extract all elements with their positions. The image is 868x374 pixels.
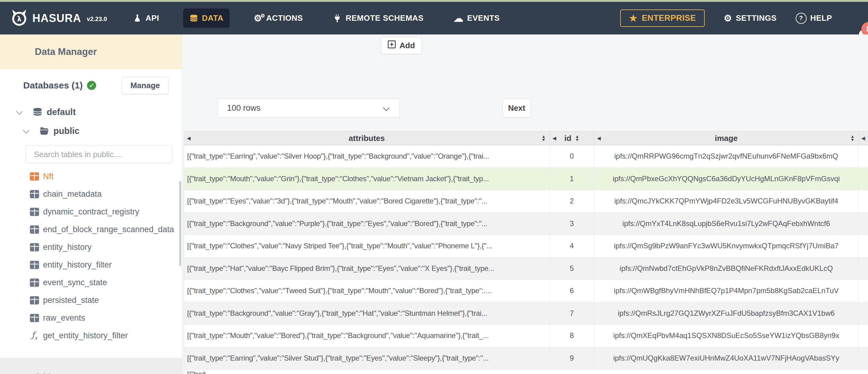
cell-image: ipfs://QmNwbd7ctEhGpVkP8nZvBBQfiNeFKRdxf… (594, 257, 859, 280)
sidebar-table-end_of_block_range_scanned_data[interactable]: end_of_block_range_scanned_data (0, 221, 182, 238)
cell-partial (859, 235, 868, 257)
table-icon (30, 243, 39, 251)
table-row-1[interactable]: [{"trait_type":"Mouth","value":"Grin"},{… (184, 168, 868, 190)
add-square-plus-icon (388, 40, 396, 51)
sidebar-table-chain_metadata[interactable]: chain_metadata (0, 185, 182, 203)
cell-attributes: [{"trait_type":"Clothes","value":"Navy S… (184, 235, 550, 257)
collapse-column-icon[interactable]: ◂ (862, 135, 865, 142)
cell-image: ipfs://QmcJYkCKK7QPmYWjp4FD2e3Lv5WCGFuHN… (594, 190, 859, 212)
tree-node-default[interactable]: default (0, 103, 182, 121)
navbar-right: ★ ENTERPRISE ⚙ SETTINGS ? HELP 8 (620, 9, 868, 27)
nav-item-actions[interactable]: ⚙⚙ACTIONS (247, 8, 309, 28)
column-header-id[interactable]: ◂ id ▲▼ (550, 131, 594, 145)
cell-id: 6 (550, 280, 594, 302)
nav-item-label: EVENTS (467, 13, 500, 23)
table-row-0[interactable]: [{"trait_type":"Earring","value":"Silver… (184, 145, 868, 168)
top-navbar: λ HASURA v2.23.0 APIDATA⚙⚙ACTIONSREMOTE … (0, 2, 868, 34)
rows-per-page-select[interactable]: 100 rows (218, 98, 400, 118)
table-name-label: end_of_block_range_scanned_data (43, 225, 174, 234)
sidebar-table-nft[interactable]: Nft (0, 167, 182, 185)
function-icon: ƒx (30, 330, 39, 341)
nav-item-label: API (146, 13, 159, 23)
gear-icon: ⚙ (724, 14, 732, 23)
settings-button[interactable]: ⚙ SETTINGS (724, 13, 776, 23)
cell-partial (859, 257, 868, 280)
hasura-logo[interactable]: λ HASURA v2.23.0 (10, 9, 107, 28)
sidebar-sql-section[interactable]: SQL (0, 358, 182, 374)
gears-icon: ⚙⚙ (253, 14, 262, 23)
sidebar-table-persisted_state[interactable]: persisted_state (0, 291, 182, 309)
tree-node-public[interactable]: public (0, 122, 182, 139)
cell-image: ipfs://QmWBgfBhyVmHNhBfEQ7p1P4Mpn7pm5b8K… (594, 280, 859, 302)
sidebar-table-get_entity_history_filter[interactable]: ƒxget_entity_history_filter (0, 327, 182, 344)
table-name-label: entity_history_filter (43, 260, 112, 270)
cloud-icon: ☁ (454, 14, 464, 23)
cell-id: 5 (550, 257, 594, 280)
table-row-6[interactable]: [{"trait_type":"Clothes","value":"Tweed … (184, 280, 868, 302)
cell-id: 3 (550, 213, 594, 235)
nav-item-data[interactable]: DATA (183, 8, 229, 28)
table-row-7[interactable]: [{"trait_type":"Background","value":"Gra… (184, 302, 868, 325)
cell-attributes: [{"trait_type":"Mouth","value":"Grin"},{… (184, 168, 550, 190)
schema-name: public (54, 126, 79, 136)
sort-icon[interactable]: ▲▼ (575, 135, 579, 142)
cell-id: 7 (550, 302, 594, 324)
enterprise-button[interactable]: ★ ENTERPRISE (620, 9, 705, 27)
nav-item-api[interactable]: API (127, 8, 165, 28)
table-icon (30, 190, 39, 198)
column-header-partial[interactable]: ◂ (859, 131, 868, 145)
table-row-9[interactable]: [{"trait_type":"Earring","value":"Silver… (184, 347, 868, 370)
chevron-down-icon[interactable] (16, 108, 23, 115)
sidebar-table-entity_history[interactable]: entity_history (0, 238, 182, 256)
cell-image: ipfs://QmYxT4LnK8sqLupjbS6eRvu1si7Ly2wFQ… (594, 213, 859, 235)
hasura-logo-icon: λ (10, 9, 28, 28)
search-tables-input[interactable] (26, 146, 173, 163)
cell-partial (859, 213, 868, 235)
nav-item-events[interactable]: ☁EVENTS (447, 8, 506, 28)
collapse-column-icon[interactable]: ◂ (553, 135, 556, 142)
table-row-3[interactable]: [{"trait_type":"Background","value":"Pur… (184, 213, 868, 235)
sidebar-table-raw_events[interactable]: raw_events (0, 309, 182, 327)
table-icon (30, 314, 39, 322)
table-row-8[interactable]: [{"trait_type":"Mouth","value":"Bored"},… (184, 324, 868, 347)
column-header-image[interactable]: ◂ image ▲▼ (594, 131, 859, 145)
nav-item-label: DATA (202, 13, 223, 23)
table-row-5[interactable]: [{"trait_type":"Hat","value":"Bayc Flipp… (184, 257, 868, 280)
sort-icon[interactable]: ▲▼ (541, 135, 546, 142)
collapse-column-icon[interactable]: ◂ (597, 135, 601, 142)
table-name-label: Nft (43, 172, 54, 181)
cell-attributes: [{"trait_type":"Background","value":"Gra… (184, 302, 550, 324)
cell-id: 8 (550, 324, 594, 347)
cell-id: 2 (550, 190, 594, 212)
nav-item-label: REMOTE SCHEMAS (345, 13, 423, 23)
collapse-column-icon[interactable]: ◂ (187, 135, 190, 142)
table-icon (30, 296, 39, 305)
star-icon: ★ (629, 14, 637, 23)
database-icon (33, 107, 42, 117)
cell-attributes: [{"trait_type":"Hat","value":"Bayc Flipp… (184, 257, 550, 280)
cell-image: ipfs://QmSg9bPzW9anFYc3wWU5KnvymwkxQTpmq… (594, 235, 859, 257)
cell-attributes: [{"trait_type":"Earring","value":"Silver… (184, 347, 550, 369)
table-row-partial[interactable]: [{"trait_ (184, 369, 868, 374)
add-row-button[interactable]: Add (381, 37, 422, 54)
question-icon: ? (796, 13, 807, 24)
sidebar-table-event_sync_state[interactable]: event_sync_state (0, 274, 182, 291)
brand-wordmark: HASURA (32, 12, 81, 25)
sidebar-scrollbar[interactable] (179, 181, 181, 266)
table-name-label: persisted_state (43, 295, 99, 305)
nav-item-remote-schemas[interactable]: REMOTE SCHEMAS (327, 8, 429, 28)
help-button[interactable]: ? HELP (796, 13, 832, 24)
sort-icon[interactable]: ▲▼ (850, 135, 855, 142)
flask-icon (133, 14, 142, 23)
next-page-button[interactable]: Next (503, 98, 531, 118)
table-row-2[interactable]: [{"trait_type":"Eyes","value":"3d"},{"tr… (184, 190, 868, 213)
sidebar-table-entity_history_filter[interactable]: entity_history_filter (0, 256, 182, 274)
manage-button[interactable]: Manage (122, 77, 168, 94)
table-row-4[interactable]: [{"trait_type":"Clothes","value":"Navy S… (184, 235, 868, 257)
column-header-attributes[interactable]: ◂ attributes ▲▼ (184, 131, 550, 145)
sidebar-table-dynamic_contract_registry[interactable]: dynamic_contract_registry (0, 203, 182, 221)
version-label: v2.23.0 (87, 15, 107, 23)
chevron-down-icon[interactable] (23, 127, 29, 133)
table-name-label: get_entity_history_filter (43, 331, 128, 340)
cell-partial (859, 302, 868, 324)
